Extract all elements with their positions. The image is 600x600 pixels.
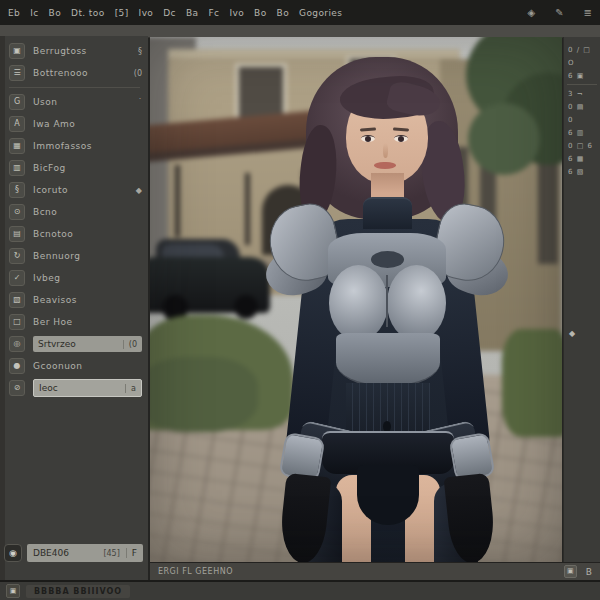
menu-item[interactable]: Bo (49, 8, 61, 18)
menu-item[interactable]: Bo (254, 8, 266, 18)
photo-eye (361, 135, 375, 142)
sidebar-item[interactable]: A Iwa Amo (5, 113, 148, 135)
sidebar-item[interactable]: ✓ Ivbeg (5, 267, 148, 289)
value-input[interactable]: DBE406 [45] F (27, 544, 143, 562)
value-unit: F (126, 548, 137, 558)
sidebar-item-label: Immofassos (33, 141, 142, 151)
pen-icon[interactable]: ✎ (555, 7, 563, 18)
layout-icon[interactable]: ≣ (584, 7, 592, 18)
sparkle-icon[interactable]: ◈ (528, 7, 536, 18)
lock-icon: A (9, 116, 25, 132)
sidebar-item-label: Ieoc (39, 383, 125, 393)
menu-item[interactable]: Ivo (229, 8, 244, 18)
script-s-icon: § (9, 182, 25, 198)
tool-sidebar: ▣ Berrugtoss § ☰ Bottrenooo (0 G Uson ˙ … (0, 36, 148, 580)
frame-icon: ▦ (9, 138, 25, 154)
sidebar-item[interactable]: ⊙ Bcno (5, 201, 148, 223)
menu-item[interactable]: Eb (8, 8, 20, 18)
bottom-status-strip: ▣ BBBBA BBIIIVOO (0, 580, 600, 600)
count-badge: a (125, 384, 136, 393)
thumbnail-icon[interactable]: ▣ (564, 565, 577, 578)
sidebar-item[interactable]: ☰ Bottrenooo (0 (5, 62, 148, 84)
status-text: ERGI FL GEEHNO (158, 567, 564, 576)
photo-collar (363, 197, 412, 229)
canvas-status-bar: ERGI FL GEEHNO ▣ B (150, 562, 600, 580)
sidebar-item-list: ▣ Berrugtoss § ☰ Bottrenooo (0 G Uson ˙ … (5, 40, 148, 399)
target-icon: ⊙ (9, 204, 25, 220)
menu-item[interactable]: Bo (277, 8, 289, 18)
photo-tree (468, 103, 540, 175)
refresh-icon: ↻ (9, 248, 25, 264)
bottom-status-text: BBBBA BBIIIVOO (26, 585, 130, 598)
sidebar-item[interactable]: ↻ Bennuorg (5, 245, 148, 267)
selected-value-pill: Srtvrzeo (0 (33, 336, 142, 352)
sidebar-item-label: Ber Hoe (33, 317, 142, 327)
sidebar-item-selected[interactable]: ◎ Srtvrzeo (0 (5, 333, 148, 355)
photo-pelvis-armor (357, 465, 419, 525)
dot-icon: ● (9, 358, 25, 374)
sidebar-item-label: Ivbeg (33, 273, 142, 283)
tool-icon-row[interactable]: 6 ▣ (564, 69, 600, 82)
tool-icon-row[interactable]: O (564, 56, 600, 69)
grid-icon: ▣ (9, 43, 25, 59)
selected-value-pill: Ieoc a (33, 379, 142, 397)
sidebar-item-label: Berrugtoss (33, 46, 130, 56)
photo-chest-armor (336, 333, 440, 387)
tool-icon-row[interactable]: 3 ¬ (564, 87, 600, 100)
target-button-icon[interactable]: ◉ (4, 544, 22, 562)
tool-icon-row[interactable]: 6 ▥ (564, 126, 600, 139)
tool-icon-row[interactable]: 6 ▦ (564, 152, 600, 165)
sidebar-item-selected[interactable]: ⊘ Ieoc a (5, 377, 148, 399)
photo-porch-post (245, 173, 250, 245)
photo-grass (150, 357, 258, 432)
tool-icon-row[interactable]: 0 (564, 113, 600, 126)
image-editor-window: Eb Ic Bo Dt. too [5] Ivo Dc Ba Fc Ivo Bo… (0, 0, 600, 600)
sidebar-item[interactable]: G Uson ˙ (5, 91, 148, 113)
tool-icon-row[interactable]: 0 ▤ (564, 100, 600, 113)
document-icon[interactable]: ▣ (6, 584, 20, 598)
photo-chest-notch (371, 251, 404, 268)
sidebar-item-label: Gcoonuon (33, 361, 142, 371)
status-right-label: B (586, 567, 592, 577)
sidebar-item[interactable]: □ Ber Hoe (5, 311, 148, 333)
checkmark-icon: ✓ (9, 270, 25, 286)
tick-mark-icon: ˙ (138, 98, 142, 107)
menu-item[interactable]: Fc (208, 8, 219, 18)
photo-armor-seam (386, 275, 388, 327)
photo-nose (383, 143, 388, 158)
sidebar-item-label: Bcnotoo (33, 229, 142, 239)
sidebar-item[interactable]: ● Gcoonuon (5, 355, 148, 377)
right-tool-column: 0 / □ O 6 ▣ 3 ¬ 0 ▤ 0 6 ▥ 0 □ 6 6 ▦ 6 ▧ … (563, 37, 600, 562)
hatch-icon: ▧ (9, 292, 25, 308)
photo-car-wheel (234, 295, 258, 319)
menu-item[interactable]: Gogories (299, 8, 342, 18)
sidebar-item[interactable]: ▧ Beavisos (5, 289, 148, 311)
sidebar-item[interactable]: ▥ BicFog (5, 157, 148, 179)
sidebar-item-label: Icoruto (33, 185, 128, 195)
menu-item[interactable]: Dc (163, 8, 176, 18)
menu-item[interactable]: Dt. too (71, 8, 105, 18)
tool-icon-row[interactable]: 0 / □ (564, 43, 600, 56)
tool-icon-row[interactable]: 0 □ 6 (564, 139, 600, 152)
photo-chest-armor (329, 265, 388, 341)
sidebar-item-label: Uson (33, 97, 130, 107)
sidebar-item[interactable]: ▦ Immofassos (5, 135, 148, 157)
menu-item[interactable]: [5] (115, 8, 129, 18)
tool-icon-row[interactable]: 6 ▧ (564, 165, 600, 178)
pin-icon[interactable]: ◆ (569, 329, 575, 338)
photo-chest-armor (387, 265, 446, 341)
sidebar-item[interactable]: § Icoruto ◆ (5, 179, 148, 201)
pattern-icon: ▥ (9, 160, 25, 176)
dial-icon: ◎ (9, 336, 25, 352)
sidebar-item[interactable]: ▤ Bcnotoo (5, 223, 148, 245)
rows-icon: ▤ (9, 226, 25, 242)
photo-eye (394, 135, 408, 142)
menu-item[interactable]: Ic (30, 8, 38, 18)
canvas-image[interactable] (150, 37, 562, 562)
photo-grass (502, 329, 562, 437)
menu-item[interactable]: Ba (186, 8, 199, 18)
menu-item[interactable]: Ivo (139, 8, 154, 18)
count-badge: (0 (123, 340, 137, 349)
sidebar-item[interactable]: ▣ Berrugtoss § (5, 40, 148, 62)
tool-icon-list: 0 / □ O 6 ▣ 3 ¬ 0 ▤ 0 6 ▥ 0 □ 6 6 ▦ 6 ▧ (564, 37, 600, 178)
